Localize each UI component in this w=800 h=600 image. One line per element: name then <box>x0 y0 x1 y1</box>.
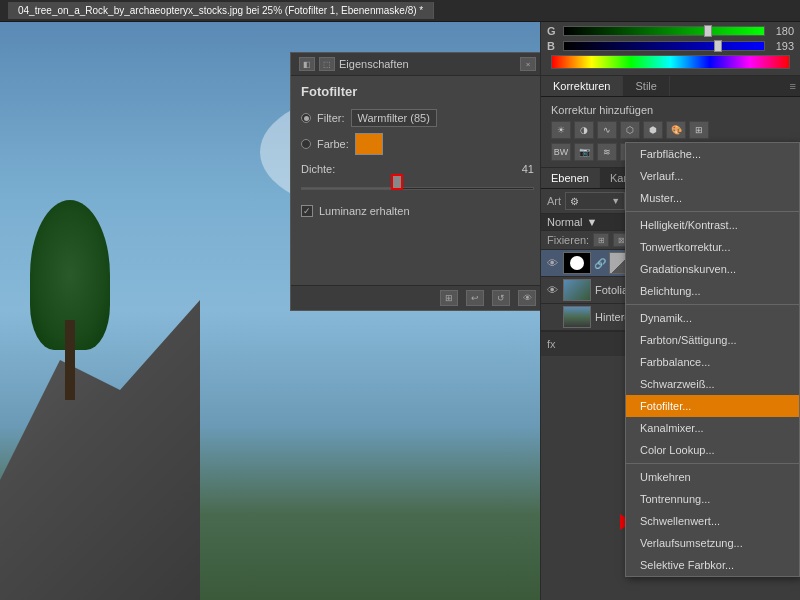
layer-eye-0[interactable]: 👁 <box>545 256 559 270</box>
korr-icon-colorbalance[interactable]: ⊞ <box>689 121 709 139</box>
filter-radio[interactable] <box>301 113 311 123</box>
title-bar: 04_tree_on_a_Rock_by_archaeopteryx_stock… <box>0 0 800 22</box>
menu-sep-1 <box>626 211 799 212</box>
dichte-row: Dichte: 41 <box>301 163 534 175</box>
korr-title: Korrektur hinzufügen <box>547 101 794 119</box>
filter-label: Filter: <box>317 112 345 124</box>
b-label: B <box>547 40 559 52</box>
luminanz-checkbox[interactable] <box>301 205 313 217</box>
menu-item-umkehren[interactable]: Umkehren <box>626 466 799 488</box>
menu-item-schwarzweiss[interactable]: Schwarzweiß... <box>626 373 799 395</box>
farbe-radio[interactable] <box>301 139 311 149</box>
layer-eye-2[interactable] <box>545 310 559 324</box>
korr-icon-curves[interactable]: ∿ <box>597 121 617 139</box>
dichte-label: Dichte: <box>301 163 335 175</box>
g-slider-thumb[interactable] <box>704 25 712 37</box>
fotofilter-content: Fotofilter Filter: Warmfilter (85) Farbe… <box>291 76 540 225</box>
b-slider-track[interactable] <box>563 41 765 51</box>
layer-eye-1[interactable]: 👁 <box>545 283 559 297</box>
fotofilter-title: Fotofilter <box>301 84 534 99</box>
fixieren-label: Fixieren: <box>547 234 589 246</box>
menu-item-helligkeit[interactable]: Helligkeit/Kontrast... <box>626 214 799 236</box>
korrekturen-tab[interactable]: Korrekturen <box>541 76 623 96</box>
menu-item-farbbalance[interactable]: Farbbalance... <box>626 351 799 373</box>
menu-item-tonwert[interactable]: Tonwertkorrektur... <box>626 236 799 258</box>
fix-icon-1[interactable]: ⊞ <box>593 233 609 247</box>
menu-item-muster[interactable]: Muster... <box>626 187 799 209</box>
dropdown-menu: Farbfläche... Verlauf... Muster... Helli… <box>625 142 800 577</box>
b-value: 193 <box>769 40 794 52</box>
panel-icon-left[interactable]: ◧ <box>299 57 315 71</box>
dichte-slider-container <box>301 179 534 197</box>
footer-icon-2[interactable]: ↩ <box>466 290 484 306</box>
art-dropdown[interactable]: ⚙ ▼ <box>565 192 625 210</box>
korr-icons-row-1: ☀ ◑ ∿ ⬡ ⬢ 🎨 ⊞ <box>547 119 794 141</box>
eigenschaften-title: Eigenschaften <box>339 58 409 70</box>
canvas-area: ◧ ⬚ Eigenschaften × Fotofilter Filter: W… <box>0 22 540 600</box>
panel-header: ◧ ⬚ Eigenschaften × <box>291 53 540 76</box>
panel-footer: ⊞ ↩ ↺ 👁 <box>291 285 540 310</box>
panel-close[interactable]: × <box>520 57 536 71</box>
fx-label: fx <box>547 338 556 350</box>
filter-dropdown[interactable]: Warmfilter (85) <box>351 109 437 127</box>
layer-link-0: 🔗 <box>595 252 605 274</box>
layer-thumb-1 <box>563 279 591 301</box>
footer-icon-4[interactable]: 👁 <box>518 290 536 306</box>
layer-thumb-2 <box>563 306 591 328</box>
panel-icon-right[interactable]: ⬚ <box>319 57 335 71</box>
ebenen-tab[interactable]: Ebenen <box>541 168 600 188</box>
color-bar-section: G 180 B 193 <box>541 22 800 76</box>
menu-item-dynamik[interactable]: Dynamik... <box>626 307 799 329</box>
menu-sep-2 <box>626 304 799 305</box>
korr-icon-photo[interactable]: 📷 <box>574 143 594 161</box>
menu-item-schwellenwert[interactable]: Schwellenwert... <box>626 510 799 532</box>
korr-menu-btn[interactable]: ≡ <box>786 76 800 96</box>
color-gradient-bar[interactable] <box>551 55 790 69</box>
right-panel: G 180 B 193 Korrekturen Stile ≡ <box>540 22 800 600</box>
footer-icon-3[interactable]: ↺ <box>492 290 510 306</box>
color-swatch[interactable] <box>355 133 383 155</box>
tree-trunk <box>65 320 75 400</box>
blend-mode-value: Normal <box>547 216 582 228</box>
menu-item-tontrennung[interactable]: Tontrennung... <box>626 488 799 510</box>
menu-item-colorlookup[interactable]: Color Lookup... <box>626 439 799 461</box>
b-slider-row: B 193 <box>547 40 794 52</box>
g-slider-row: G 180 <box>547 25 794 37</box>
menu-item-farbton[interactable]: Farbton/Sättigung... <box>626 329 799 351</box>
menu-item-kanalmixer[interactable]: Kanalmixer... <box>626 417 799 439</box>
menu-sep-3 <box>626 463 799 464</box>
korr-icon-vibrance[interactable]: ⬢ <box>643 121 663 139</box>
active-tab[interactable]: 04_tree_on_a_Rock_by_archaeopteryx_stock… <box>8 2 434 19</box>
dichte-slider-fill <box>302 188 397 189</box>
korr-icon-contrast[interactable]: ◑ <box>574 121 594 139</box>
g-value: 180 <box>769 25 794 37</box>
korr-icon-exposure[interactable]: ⬡ <box>620 121 640 139</box>
menu-item-gradation[interactable]: Gradationskurven... <box>626 258 799 280</box>
menu-item-selektive[interactable]: Selektive Farbkor... <box>626 554 799 576</box>
blend-mode-dropdown[interactable]: Normal ▼ <box>547 216 597 228</box>
luminanz-row: Luminanz erhalten <box>301 205 534 217</box>
korr-icon-hue[interactable]: 🎨 <box>666 121 686 139</box>
menu-item-verlaufsumsetzung[interactable]: Verlaufsumsetzung... <box>626 532 799 554</box>
stile-tab[interactable]: Stile <box>623 76 669 96</box>
korr-icon-bw[interactable]: BW <box>551 143 571 161</box>
b-slider-thumb[interactable] <box>714 40 722 52</box>
layer-thumb-mask-0 <box>563 252 591 274</box>
dichte-value: 41 <box>522 163 534 175</box>
korr-icon-brightness[interactable]: ☀ <box>551 121 571 139</box>
g-slider-track[interactable] <box>563 26 765 36</box>
menu-item-verlauf[interactable]: Verlauf... <box>626 165 799 187</box>
luminanz-label: Luminanz erhalten <box>319 205 410 217</box>
korr-icon-channel[interactable]: ≋ <box>597 143 617 161</box>
menu-item-farbflaeche[interactable]: Farbfläche... <box>626 143 799 165</box>
dichte-slider-track <box>301 187 534 190</box>
eigenschaften-panel: ◧ ⬚ Eigenschaften × Fotofilter Filter: W… <box>290 52 540 311</box>
korr-tabs: Korrekturen Stile ≡ <box>541 76 800 97</box>
footer-icon-1[interactable]: ⊞ <box>440 290 458 306</box>
menu-item-fotofilter[interactable]: Fotofilter... <box>626 395 799 417</box>
farbe-label: Farbe: <box>317 138 349 150</box>
art-dropdown-arrow: ▼ <box>611 196 620 206</box>
menu-item-belichtung[interactable]: Belichtung... <box>626 280 799 302</box>
dichte-slider-thumb[interactable] <box>392 175 402 189</box>
art-dropdown-label: ⚙ <box>570 196 611 207</box>
